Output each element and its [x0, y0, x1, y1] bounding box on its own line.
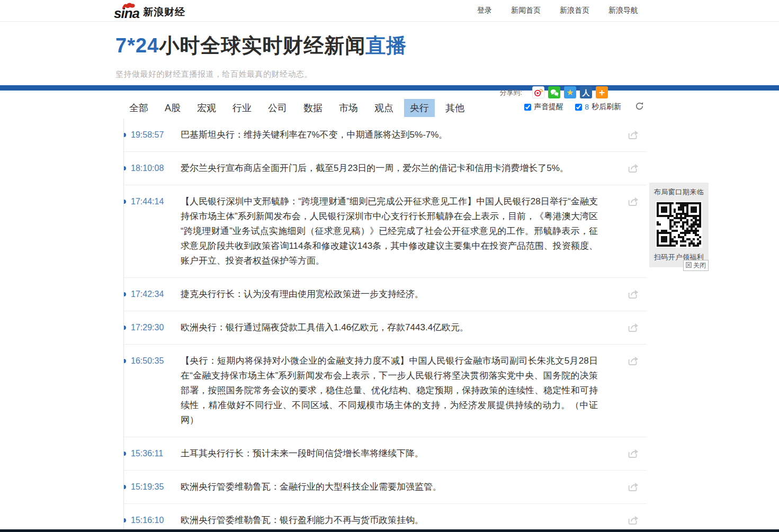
topbar: sina 新浪财经 登录 新闻首页 新浪首页 新浪导航	[0, 0, 779, 22]
sina-logo-text: sina	[114, 1, 139, 20]
news-item: 16:50:35 【央行：短期内将保持对小微企业的金融支持力度不减】中国人民银行…	[124, 345, 647, 437]
timeline-dot-icon	[123, 485, 126, 489]
ad-top-text: 布局窗口期来临	[649, 187, 709, 197]
share-button[interactable]	[627, 196, 639, 208]
news-item: 17:29:30 欧洲央行：银行通过隔夜贷款工具借入1.46亿欧元，存款7443…	[124, 311, 647, 345]
sina-finance-logo[interactable]: sina 新浪财经	[114, 1, 185, 20]
tab-item[interactable]: 公司	[262, 99, 293, 117]
sound-alert-checkbox[interactable]	[524, 104, 531, 111]
share-arrow-icon	[627, 167, 639, 175]
share-button[interactable]	[627, 448, 639, 459]
timeline-dot-icon	[123, 292, 126, 296]
timeline-dot-icon	[123, 200, 126, 204]
auto-refresh-label: 秒后刷新	[592, 102, 621, 112]
page-title: 7*24小时全球实时财经新闻直播	[115, 32, 779, 59]
news-text: 欧洲央行管委维勒鲁瓦：银行盈利能力不再与货币政策挂钩。	[181, 513, 598, 528]
title-prefix: 7*24	[115, 34, 159, 57]
share-arrow-icon	[627, 486, 639, 494]
subtitle: 坚持做最好的财经直播报道，给百姓最真的财经动态。	[115, 69, 779, 79]
tab-item[interactable]: 央行	[404, 99, 435, 117]
refresh-button[interactable]	[635, 102, 644, 112]
auto-refresh-checkbox[interactable]	[575, 104, 582, 111]
tab-item[interactable]: A股	[159, 99, 186, 117]
sound-alert-toggle[interactable]: 声音提醒	[524, 102, 563, 112]
news-timestamp: 17:29:30	[124, 320, 181, 335]
news-timestamp: 19:58:57	[124, 128, 181, 142]
top-nav-link[interactable]: 新浪导航	[608, 6, 638, 15]
share-arrow-icon	[627, 360, 639, 368]
news-item: 17:42:34 捷克央行行长：认为没有理由使用宽松政策进一步支持经济。	[124, 278, 647, 311]
news-item: 17:44:14 【人民银行深圳中支邢毓静：“跨境理财通”细则已完成公开征求意见…	[124, 185, 647, 278]
news-text: 欧洲央行：银行通过隔夜贷款工具借入1.46亿欧元，存款7443.4亿欧元。	[181, 320, 598, 335]
share-arrow-icon	[627, 453, 639, 461]
news-timestamp: 16:50:35	[124, 354, 181, 428]
news-item: 15:19:35 欧洲央行管委维勒鲁瓦：金融行业的大型科技企业需要加强监管。	[124, 471, 647, 504]
header: 7*24小时全球实时财经新闻直播 坚持做最好的财经直播报道，给百姓最真的财经动态…	[0, 22, 779, 85]
share-arrow-icon	[627, 293, 639, 301]
sound-alert-label: 声音提醒	[534, 102, 563, 112]
share-button[interactable]	[627, 515, 639, 526]
news-timestamp: 15:36:11	[124, 446, 181, 461]
timeline-dot-icon	[123, 166, 126, 170]
share-button[interactable]	[627, 322, 639, 333]
share-button[interactable]	[627, 288, 639, 300]
tabbar: 全部 A股 宏观 行业 公司 数据 市场 观点 央行 其他 声音提醒 8 秒后刷…	[0, 91, 779, 119]
share-arrow-icon	[627, 201, 639, 209]
share-button[interactable]	[627, 163, 639, 174]
news-text: 爱尔兰央行宣布商店全面开门后，截至5月23日的一周，爱尔兰的借记卡和信用卡消费增…	[181, 161, 598, 176]
share-button[interactable]	[627, 481, 639, 493]
news-timestamp: 18:10:08	[124, 161, 181, 176]
share-button[interactable]	[627, 129, 639, 141]
news-text: 欧洲央行管委维勒鲁瓦：金融行业的大型科技企业需要加强监管。	[181, 480, 598, 494]
feed-controls: 声音提醒 8 秒后刷新	[524, 102, 644, 112]
timeline-dot-icon	[123, 518, 126, 522]
top-nav-link[interactable]: 新闻首页	[511, 6, 541, 15]
ad-close-button[interactable]: 关闭	[683, 260, 709, 271]
news-timestamp: 15:16:10	[124, 513, 181, 528]
news-item: 15:36:11 土耳其央行行长：预计未来一段时间信贷增长率将继续下降。	[124, 437, 647, 471]
ad-close-label: 关闭	[693, 261, 706, 270]
tab-item[interactable]: 数据	[298, 99, 328, 117]
news-text: 土耳其央行行长：预计未来一段时间信贷增长率将继续下降。	[181, 446, 598, 461]
refresh-countdown: 8	[585, 103, 589, 111]
tab-item[interactable]: 宏观	[191, 99, 222, 117]
timeline-dot-icon	[123, 452, 126, 456]
news-timestamp: 17:42:34	[124, 287, 181, 302]
promo-ad: 布局窗口期来临 扫码开户领福利	[649, 183, 709, 267]
news-text: 巴基斯坦央行：维持关键利率在7%不变，中期通胀将达到5%-7%。	[181, 128, 598, 142]
share-arrow-icon	[627, 327, 639, 335]
timeline-dot-icon	[123, 359, 126, 363]
tab-item[interactable]: 其他	[440, 99, 470, 117]
close-icon	[686, 262, 692, 269]
tab-item[interactable]: 市场	[333, 99, 364, 117]
title-suffix: 直播	[365, 34, 407, 57]
news-timestamp: 15:19:35	[124, 480, 181, 494]
news-text: 捷克央行行长：认为没有理由使用宽松政策进一步支持经济。	[181, 287, 598, 302]
news-list: 19:58:57 巴基斯坦央行：维持关键利率在7%不变，中期通胀将达到5%-7%…	[123, 119, 647, 531]
blue-divider-bar	[0, 85, 779, 91]
top-nav-link[interactable]: 登录	[477, 6, 492, 15]
share-arrow-icon	[627, 134, 639, 142]
brand-name: 新浪财经	[143, 5, 185, 20]
share-arrow-icon	[627, 519, 639, 527]
news-item: 15:16:10 欧洲央行管委维勒鲁瓦：银行盈利能力不再与货币政策挂钩。	[124, 504, 647, 531]
sina-flame-icon	[121, 0, 136, 12]
share-button[interactable]	[627, 355, 639, 367]
news-item: 18:10:08 爱尔兰央行宣布商店全面开门后，截至5月23日的一周，爱尔兰的借…	[124, 152, 647, 185]
title-main: 小时全球实时财经新闻	[159, 34, 365, 57]
refresh-icon	[635, 102, 644, 112]
tab-item[interactable]: 观点	[369, 99, 399, 117]
auto-refresh-toggle[interactable]: 8 秒后刷新	[575, 102, 621, 112]
top-nav: 登录 新闻首页 新浪首页 新浪导航	[477, 6, 638, 15]
news-text: 【人民银行深圳中支邢毓静：“跨境理财通”细则已完成公开征求意见工作】中国人民银行…	[181, 194, 598, 268]
footer-top-edge	[0, 529, 779, 532]
timeline-dot-icon	[123, 326, 126, 330]
news-timestamp: 17:44:14	[124, 194, 181, 268]
tab-item[interactable]: 行业	[227, 99, 257, 117]
tab-list: 全部 A股 宏观 行业 公司 数据 市场 观点 央行 其他	[123, 99, 475, 117]
news-item: 19:58:57 巴基斯坦央行：维持关键利率在7%不变，中期通胀将达到5%-7%…	[124, 119, 647, 152]
qr-code[interactable]	[656, 201, 702, 248]
top-nav-link[interactable]: 新浪首页	[560, 6, 589, 15]
tab-item[interactable]: 全部	[123, 99, 154, 117]
timeline-dot-icon	[123, 133, 126, 137]
